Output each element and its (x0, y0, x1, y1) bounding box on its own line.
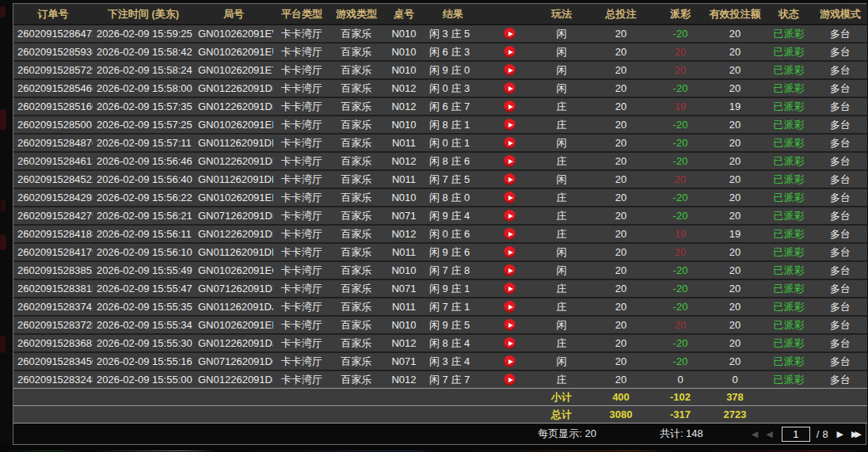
page-number-input[interactable] (782, 427, 810, 442)
platform-cell: 卡卡湾厅 (273, 316, 330, 334)
round-no-cell: GN071262091D8 (194, 207, 273, 225)
next-page-icon[interactable]: ▶ (833, 430, 847, 439)
order-id-cell: 260209152846134 (13, 152, 93, 170)
result-text: 闲 0 庄 6 (429, 227, 470, 241)
status-cell: 已派彩 (764, 298, 813, 316)
total-bet-cell: 20 (587, 188, 655, 207)
round-no-cell: GN010262091EP (194, 188, 273, 207)
round-no-cell: GN010262091EO (194, 261, 273, 279)
subtotal-row: 小计 400 -102 378 (13, 389, 867, 406)
game-type-cell: 百家乐 (330, 370, 383, 389)
total-bet-cell: 20 (587, 116, 655, 134)
play-icon[interactable] (504, 337, 516, 349)
play-icon[interactable] (504, 28, 516, 40)
game-mode-cell: 多台 (813, 116, 867, 134)
play-icon[interactable] (504, 283, 516, 294)
play-icon[interactable] (504, 64, 516, 76)
game-type-cell: 百家乐 (330, 243, 383, 261)
play-cell: 闲 (536, 170, 587, 188)
bet-time-cell: 2026-02-09 15:57:11 (93, 134, 194, 152)
status-cell: 已派彩 (764, 97, 813, 116)
game-type-cell: 百家乐 (330, 225, 383, 243)
result-cell: 闲 9 庄 6 (425, 243, 536, 261)
table-no-cell: N012 (383, 334, 425, 352)
pager-controls: ◀ ◀ / 8 ▶ ▶▶ (748, 427, 866, 442)
play-cell: 闲 (536, 134, 587, 152)
result-text: 闲 9 庄 6 (429, 245, 470, 260)
table-row: 2602091528418882026-02-09 15:56:11GN0122… (13, 225, 867, 243)
result-cell: 闲 6 庄 3 (425, 43, 536, 61)
platform-cell: 卡卡湾厅 (273, 79, 330, 97)
play-icon[interactable] (504, 374, 516, 386)
game-mode-cell: 多台 (813, 134, 867, 152)
play-icon[interactable] (504, 137, 516, 149)
platform-cell: 卡卡湾厅 (273, 225, 330, 243)
play-icon[interactable] (504, 301, 516, 313)
payout-cell: -20 (655, 261, 706, 279)
total-payout: -317 (655, 406, 706, 424)
play-icon[interactable] (504, 173, 516, 185)
payout-cell: -20 (655, 25, 706, 43)
play-icon[interactable] (504, 264, 516, 276)
play-cell: 庄 (536, 152, 587, 170)
total-bet-cell: 20 (587, 261, 655, 279)
status-cell: 已派彩 (764, 170, 813, 188)
status-cell: 已派彩 (764, 61, 813, 79)
bet-time-cell: 2026-02-09 15:59:25 (93, 25, 194, 43)
pagination-bar: 每页显示: 20 共计: 148 ◀ ◀ / 8 ▶ ▶▶ (13, 424, 866, 444)
table-header-row: 订单号下注时间 (美东)局号平台类型游戏类型桌号结果玩法总投注派彩有效投注额状态… (13, 4, 867, 25)
play-icon[interactable] (504, 46, 516, 58)
bet-time-cell: 2026-02-09 15:55:16 (93, 352, 194, 370)
game-type-cell: 百家乐 (330, 79, 383, 97)
bet-time-cell: 2026-02-09 15:56:10 (93, 243, 194, 261)
play-icon[interactable] (504, 228, 516, 240)
round-no-cell: GN071262091D6 (194, 352, 273, 370)
play-icon[interactable] (504, 119, 516, 131)
order-id-cell: 260209152838521 (13, 261, 93, 279)
valid-bet-cell: 20 (706, 188, 764, 207)
valid-bet-cell: 20 (706, 61, 764, 79)
play-icon[interactable] (504, 355, 516, 367)
result-text: 闲 3 庄 4 (429, 355, 470, 369)
col-header-total_bet: 总投注 (587, 4, 655, 25)
play-cell: 闲 (536, 79, 587, 97)
order-id-cell: 260209152857290 (13, 61, 93, 79)
result-cell: 闲 7 庄 8 (425, 261, 536, 279)
result-cell: 闲 3 庄 4 (425, 352, 536, 370)
play-icon[interactable] (504, 210, 516, 222)
play-icon[interactable] (504, 82, 516, 94)
game-type-cell: 百家乐 (330, 25, 383, 43)
status-cell: 已派彩 (764, 243, 813, 261)
last-page-icon[interactable]: ▶▶ (847, 430, 866, 439)
play-icon[interactable] (504, 192, 516, 203)
payout-cell: 0 (655, 370, 706, 389)
play-icon[interactable] (504, 155, 516, 167)
prev-page-icon[interactable]: ◀ (762, 430, 776, 439)
result-text: 闲 9 庄 0 (429, 63, 470, 78)
play-cell: 庄 (536, 370, 587, 389)
total-row: 总计 3080 -317 2723 (13, 406, 867, 424)
background-artifact (1, 199, 6, 212)
game-mode-cell: 多台 (813, 370, 867, 389)
table-row: 2602091528452282026-02-09 15:56:40GN0112… (13, 170, 867, 188)
round-no-cell: GN012262091DL (194, 152, 273, 170)
result-cell: 闲 8 庄 1 (425, 116, 536, 134)
first-page-icon[interactable]: ◀ (748, 430, 762, 439)
table-row: 2602091528461342026-02-09 15:56:46GN0122… (13, 152, 867, 170)
platform-cell: 卡卡湾厅 (273, 352, 330, 370)
bet-time-cell: 2026-02-09 15:55:47 (93, 279, 194, 298)
total-bet-cell: 20 (587, 207, 655, 225)
col-header-status: 状态 (764, 4, 813, 25)
order-id-cell: 260209152838155 (13, 279, 93, 298)
order-id-cell: 260209152864732 (13, 25, 93, 43)
game-type-cell: 百家乐 (330, 334, 383, 352)
valid-bet-cell: 0 (706, 370, 764, 389)
table-no-cell: N011 (383, 134, 425, 152)
play-icon[interactable] (504, 101, 516, 112)
total-bet-cell: 20 (587, 352, 655, 370)
platform-cell: 卡卡湾厅 (273, 188, 330, 207)
play-icon[interactable] (504, 246, 516, 258)
table-no-cell: N010 (383, 188, 425, 207)
play-icon[interactable] (504, 319, 516, 331)
play-cell: 庄 (536, 116, 587, 134)
